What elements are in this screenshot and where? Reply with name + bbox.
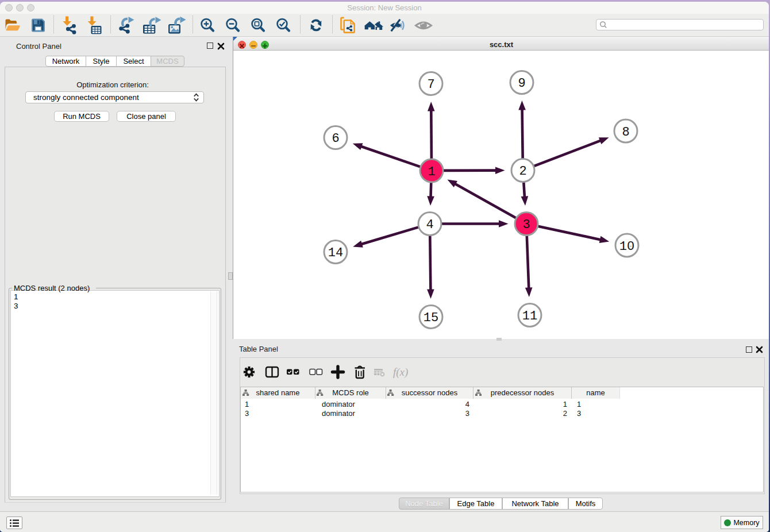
svg-text:6: 6 [332, 132, 339, 146]
svg-text:10: 10 [619, 240, 634, 254]
svg-text:9: 9 [518, 76, 525, 91]
svg-text:2: 2 [519, 164, 526, 179]
svg-text:7: 7 [427, 78, 434, 92]
svg-text:11: 11 [522, 309, 537, 323]
svg-text:15: 15 [424, 311, 438, 325]
svg-text:f(x): f(x) [393, 366, 408, 379]
svg-text:14: 14 [328, 246, 343, 260]
svg-text:4: 4 [426, 218, 433, 232]
svg-text:8: 8 [622, 125, 629, 140]
svg-text:1: 1 [428, 165, 435, 179]
svg-text:3: 3 [522, 218, 530, 232]
